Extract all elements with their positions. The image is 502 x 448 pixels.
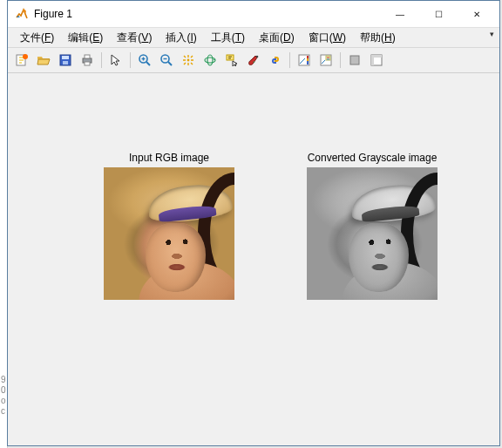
show-plot-tools-icon[interactable] [366,50,387,71]
open-icon[interactable] [33,50,54,71]
rotate3d-icon[interactable] [200,50,220,71]
figure-canvas: Input RGB image Converted Grayscale imag… [8,73,499,445]
print-icon[interactable] [77,50,98,71]
figure-window: Figure 1 — ☐ ✕ 文件(F)编辑(E)查看(V)插入(I)工具(T)… [7,0,500,446]
svg-rect-18 [227,55,234,60]
window-controls: — ☐ ✕ [381,3,496,25]
svg-rect-4 [63,61,68,64]
brush-icon[interactable] [243,50,264,71]
image-rgb [104,167,234,300]
svg-point-21 [256,56,259,58]
svg-rect-35 [371,58,374,65]
menu-i[interactable]: 插入(I) [159,29,203,47]
svg-point-1 [23,54,28,59]
menu-f[interactable]: 文件(F) [13,29,61,47]
menu-h[interactable]: 帮助(H) [353,29,403,47]
toolbar [8,48,499,73]
window-title: Figure 1 [34,8,381,20]
subplot-left: Input RGB image [95,152,243,300]
colorbar-icon[interactable] [294,50,315,71]
svg-line-13 [168,62,172,65]
link-icon[interactable] [265,50,286,71]
menubar: 文件(F)编辑(E)查看(V)插入(I)工具(T)桌面(D)窗口(W)帮助(H)… [8,28,499,48]
svg-rect-3 [62,56,69,59]
svg-rect-32 [350,56,359,64]
save-icon[interactable] [55,50,76,71]
svg-point-17 [207,55,213,65]
toolbar-separator [101,52,102,68]
menu-e[interactable]: 编辑(E) [61,29,110,47]
menu-overflow-icon[interactable]: ▾ [490,30,494,38]
subplot-title: Input RGB image [95,152,243,164]
svg-rect-34 [371,55,382,58]
toolbar-separator [340,52,341,68]
pan-icon[interactable] [178,50,199,71]
toolbar-separator [130,52,131,68]
menu-v[interactable]: 查看(V) [110,29,159,47]
new-figure-icon[interactable] [11,50,32,71]
svg-rect-7 [85,62,90,65]
hide-plot-tools-icon[interactable] [344,50,365,71]
subplot-right: Converted Grayscale image [285,152,459,300]
svg-rect-25 [307,58,309,61]
svg-rect-6 [85,55,90,58]
matlab-icon [15,7,29,21]
zoom-in-icon[interactable] [134,50,155,71]
menu-d[interactable]: 桌面(D) [252,29,302,47]
close-button[interactable]: ✕ [458,3,496,25]
menu-t[interactable]: 工具(T) [204,29,252,47]
legend-icon[interactable] [315,50,336,71]
toolbar-separator [289,52,290,68]
svg-point-15 [187,59,190,62]
svg-rect-24 [307,56,309,58]
titlebar: Figure 1 — ☐ ✕ [8,1,499,28]
subplot-title: Converted Grayscale image [285,152,459,164]
maximize-button[interactable]: ☐ [419,3,458,25]
menu-w[interactable]: 窗口(W) [302,29,353,47]
minimize-button[interactable]: — [381,3,419,25]
zoom-out-icon[interactable] [156,50,177,71]
pointer-icon[interactable] [105,50,126,71]
image-grayscale [307,167,438,300]
svg-line-9 [146,62,150,65]
datacursor-icon[interactable] [221,50,242,71]
